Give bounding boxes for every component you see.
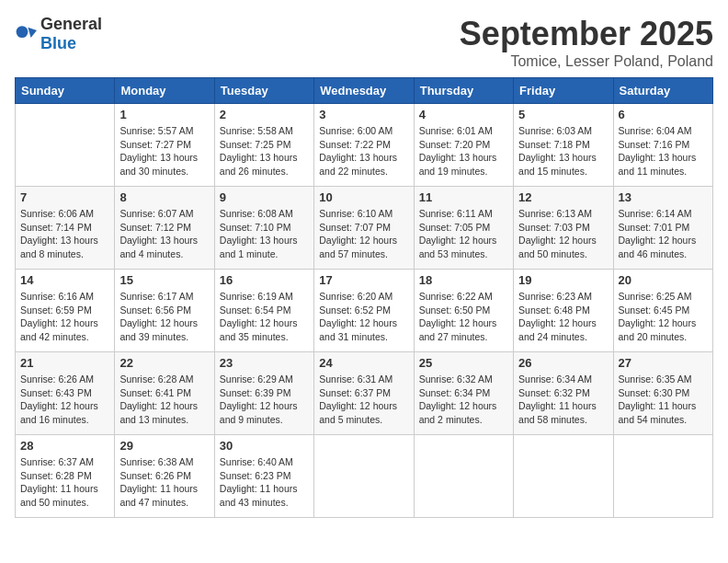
calendar-cell: 14Sunrise: 6:16 AM Sunset: 6:59 PM Dayli…: [16, 270, 115, 352]
calendar-cell: 26Sunrise: 6:34 AM Sunset: 6:32 PM Dayli…: [514, 352, 613, 435]
calendar-week-2: 7Sunrise: 6:06 AM Sunset: 7:14 PM Daylig…: [16, 187, 713, 270]
svg-point-0: [17, 26, 28, 38]
day-info: Sunrise: 6:26 AM Sunset: 6:43 PM Dayligh…: [20, 373, 109, 427]
day-info: Sunrise: 6:03 AM Sunset: 7:18 PM Dayligh…: [518, 124, 608, 178]
logo: General Blue: [15, 15, 102, 53]
day-number: 26: [518, 356, 608, 370]
header-cell-saturday: Saturday: [613, 78, 712, 104]
day-number: 19: [518, 273, 608, 287]
day-number: 7: [20, 190, 109, 204]
day-info: Sunrise: 6:35 AM Sunset: 6:30 PM Dayligh…: [619, 373, 708, 427]
calendar-cell: [314, 435, 414, 518]
day-info: Sunrise: 5:57 AM Sunset: 7:27 PM Dayligh…: [119, 124, 209, 178]
header-cell-thursday: Thursday: [414, 78, 513, 104]
day-number: 17: [319, 273, 408, 287]
day-number: 16: [220, 273, 309, 287]
calendar-cell: 6Sunrise: 6:04 AM Sunset: 7:16 PM Daylig…: [613, 104, 712, 187]
calendar-cell: [514, 435, 613, 518]
calendar-cell: 20Sunrise: 6:25 AM Sunset: 6:45 PM Dayli…: [613, 270, 712, 352]
day-info: Sunrise: 6:00 AM Sunset: 7:22 PM Dayligh…: [319, 124, 408, 178]
calendar-cell: 15Sunrise: 6:17 AM Sunset: 6:56 PM Dayli…: [115, 270, 214, 352]
calendar-cell: 24Sunrise: 6:31 AM Sunset: 6:37 PM Dayli…: [314, 352, 414, 435]
day-info: Sunrise: 6:10 AM Sunset: 7:07 PM Dayligh…: [319, 207, 408, 261]
day-info: Sunrise: 6:17 AM Sunset: 6:56 PM Dayligh…: [119, 290, 209, 344]
day-number: 27: [619, 356, 708, 370]
calendar-cell: 4Sunrise: 6:01 AM Sunset: 7:20 PM Daylig…: [414, 104, 513, 187]
calendar-cell: 9Sunrise: 6:08 AM Sunset: 7:10 PM Daylig…: [214, 187, 313, 270]
day-info: Sunrise: 6:32 AM Sunset: 6:34 PM Dayligh…: [419, 373, 508, 427]
calendar-week-1: 1Sunrise: 5:57 AM Sunset: 7:27 PM Daylig…: [16, 104, 713, 187]
calendar-cell: 5Sunrise: 6:03 AM Sunset: 7:18 PM Daylig…: [514, 104, 613, 187]
calendar-cell: 10Sunrise: 6:10 AM Sunset: 7:07 PM Dayli…: [314, 187, 414, 270]
logo-general: General: [40, 15, 102, 33]
calendar-cell: 21Sunrise: 6:26 AM Sunset: 6:43 PM Dayli…: [16, 352, 115, 435]
day-number: 11: [419, 190, 508, 204]
calendar-cell: 27Sunrise: 6:35 AM Sunset: 6:30 PM Dayli…: [613, 352, 712, 435]
calendar-week-4: 21Sunrise: 6:26 AM Sunset: 6:43 PM Dayli…: [16, 352, 713, 435]
day-info: Sunrise: 6:34 AM Sunset: 6:32 PM Dayligh…: [518, 373, 608, 427]
day-number: 4: [419, 108, 508, 121]
calendar-cell: 12Sunrise: 6:13 AM Sunset: 7:03 PM Dayli…: [514, 187, 613, 270]
day-number: 6: [619, 108, 708, 121]
day-info: Sunrise: 6:14 AM Sunset: 7:01 PM Dayligh…: [619, 207, 708, 261]
day-number: 9: [220, 190, 309, 204]
calendar-cell: 16Sunrise: 6:19 AM Sunset: 6:54 PM Dayli…: [214, 270, 313, 352]
day-number: 2: [220, 108, 309, 121]
day-info: Sunrise: 6:16 AM Sunset: 6:59 PM Dayligh…: [20, 290, 109, 344]
day-number: 14: [20, 273, 109, 287]
day-number: 24: [319, 356, 408, 370]
calendar-week-5: 28Sunrise: 6:37 AM Sunset: 6:28 PM Dayli…: [16, 435, 713, 518]
calendar-cell: 7Sunrise: 6:06 AM Sunset: 7:14 PM Daylig…: [16, 187, 115, 270]
header-cell-friday: Friday: [514, 78, 613, 104]
day-number: 30: [220, 439, 309, 453]
day-info: Sunrise: 6:04 AM Sunset: 7:16 PM Dayligh…: [619, 124, 708, 178]
calendar-cell: [613, 435, 712, 518]
day-info: Sunrise: 6:23 AM Sunset: 6:48 PM Dayligh…: [518, 290, 608, 344]
day-number: 13: [619, 190, 708, 204]
day-info: Sunrise: 6:01 AM Sunset: 7:20 PM Dayligh…: [419, 124, 508, 178]
day-info: Sunrise: 6:40 AM Sunset: 6:23 PM Dayligh…: [220, 455, 309, 510]
calendar-header-row: SundayMondayTuesdayWednesdayThursdayFrid…: [16, 78, 713, 104]
calendar-cell: 28Sunrise: 6:37 AM Sunset: 6:28 PM Dayli…: [16, 435, 115, 518]
calendar-cell: 30Sunrise: 6:40 AM Sunset: 6:23 PM Dayli…: [214, 435, 313, 518]
calendar-cell: [414, 435, 513, 518]
day-number: 1: [119, 108, 209, 121]
day-info: Sunrise: 6:28 AM Sunset: 6:41 PM Dayligh…: [119, 373, 209, 427]
day-info: Sunrise: 6:20 AM Sunset: 6:52 PM Dayligh…: [319, 290, 408, 344]
calendar-cell: 3Sunrise: 6:00 AM Sunset: 7:22 PM Daylig…: [314, 104, 414, 187]
header-cell-wednesday: Wednesday: [314, 78, 414, 104]
day-number: 12: [518, 190, 608, 204]
calendar-cell: 11Sunrise: 6:11 AM Sunset: 7:05 PM Dayli…: [414, 187, 513, 270]
day-info: Sunrise: 6:06 AM Sunset: 7:14 PM Dayligh…: [20, 207, 109, 261]
calendar-cell: 29Sunrise: 6:38 AM Sunset: 6:26 PM Dayli…: [115, 435, 214, 518]
calendar-cell: 22Sunrise: 6:28 AM Sunset: 6:41 PM Dayli…: [115, 352, 214, 435]
day-info: Sunrise: 6:29 AM Sunset: 6:39 PM Dayligh…: [220, 373, 309, 427]
day-number: 15: [119, 273, 209, 287]
calendar-cell: 13Sunrise: 6:14 AM Sunset: 7:01 PM Dayli…: [613, 187, 712, 270]
calendar-week-3: 14Sunrise: 6:16 AM Sunset: 6:59 PM Dayli…: [16, 270, 713, 352]
calendar-cell: [16, 104, 115, 187]
calendar-table: SundayMondayTuesdayWednesdayThursdayFrid…: [15, 77, 713, 518]
day-number: 22: [119, 356, 209, 370]
calendar-cell: 17Sunrise: 6:20 AM Sunset: 6:52 PM Dayli…: [314, 270, 414, 352]
calendar-cell: 18Sunrise: 6:22 AM Sunset: 6:50 PM Dayli…: [414, 270, 513, 352]
day-number: 10: [319, 190, 408, 204]
title-area: September 2025 Tomice, Lesser Poland, Po…: [460, 15, 713, 70]
logo-blue: Blue: [40, 34, 76, 52]
day-info: Sunrise: 6:07 AM Sunset: 7:12 PM Dayligh…: [119, 207, 209, 261]
logo-icon: [15, 23, 37, 45]
day-number: 20: [619, 273, 708, 287]
location-title: Tomice, Lesser Poland, Poland: [460, 53, 713, 70]
svg-marker-1: [28, 28, 37, 38]
calendar-cell: 1Sunrise: 5:57 AM Sunset: 7:27 PM Daylig…: [115, 104, 214, 187]
day-info: Sunrise: 6:13 AM Sunset: 7:03 PM Dayligh…: [518, 207, 608, 261]
calendar-cell: 2Sunrise: 5:58 AM Sunset: 7:25 PM Daylig…: [214, 104, 313, 187]
calendar-cell: 25Sunrise: 6:32 AM Sunset: 6:34 PM Dayli…: [414, 352, 513, 435]
day-info: Sunrise: 6:11 AM Sunset: 7:05 PM Dayligh…: [419, 207, 508, 261]
day-number: 23: [220, 356, 309, 370]
day-info: Sunrise: 6:19 AM Sunset: 6:54 PM Dayligh…: [220, 290, 309, 344]
header: General Blue September 2025 Tomice, Less…: [15, 15, 713, 70]
header-cell-sunday: Sunday: [16, 78, 115, 104]
day-info: Sunrise: 6:25 AM Sunset: 6:45 PM Dayligh…: [619, 290, 708, 344]
day-number: 21: [20, 356, 109, 370]
